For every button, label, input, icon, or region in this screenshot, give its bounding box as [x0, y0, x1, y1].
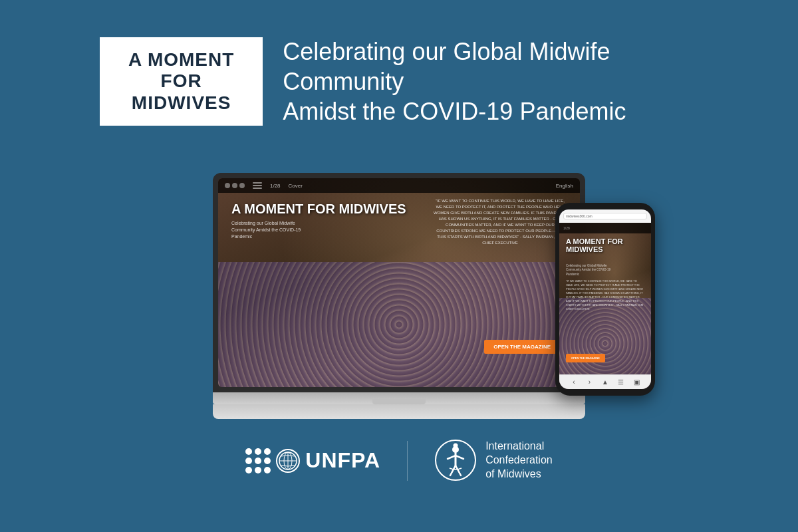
icm-text-line2: Confederation — [485, 454, 553, 467]
phone-mag-title: A MOMENT FOR MIDWIVES — [566, 237, 651, 253]
mag-title-main: A MOMENT FOR MIDWIVES — [231, 201, 406, 216]
unfpa-dot — [255, 458, 261, 464]
back-icon[interactable]: ‹ — [569, 377, 579, 388]
icm-icon — [434, 439, 477, 482]
icm-logo: International Confederation of Midwives — [434, 439, 553, 482]
devices-area: 1/28 Cover English A MOMENT FOR MIDWIVES… — [183, 146, 615, 419]
magazine-quote: "IF WE WANT TO CONTINUE THIS WORLD, WE H… — [434, 198, 567, 246]
open-magazine-button[interactable]: OPEN THE MAGAZINE — [484, 340, 560, 354]
forward-icon[interactable]: › — [584, 377, 595, 388]
unfpa-dot — [255, 448, 261, 455]
phone-quote: "IF WE WANT TO CONTINUE THIS WORLD, WE H… — [566, 279, 644, 311]
magazine-topbar: 1/28 Cover English — [218, 178, 580, 193]
unfpa-dot — [245, 448, 252, 455]
menu-icon — [253, 182, 262, 189]
topbar-cover: Cover — [289, 183, 303, 189]
header-area: A MOMENT FOR MIDWIVES Celebrating our Gl… — [100, 37, 698, 126]
mag-dot — [232, 183, 237, 188]
laptop-screen-inner: 1/28 Cover English A MOMENT FOR MIDWIVES… — [218, 178, 580, 387]
phone-nav-bar: ‹ › ▲ ☰ ▣ — [559, 374, 651, 389]
laptop: 1/28 Cover English A MOMENT FOR MIDWIVES… — [213, 173, 585, 419]
fabric-pattern — [218, 262, 580, 387]
logos-area: UNFPA — [245, 439, 552, 482]
unfpa-logo: UNFPA — [245, 448, 380, 473]
menu-line — [253, 185, 262, 186]
laptop-screen-outer: 1/28 Cover English A MOMENT FOR MIDWIVES… — [213, 173, 585, 392]
phone-browser-bar: midwives360.com — [559, 209, 651, 223]
mag-subtitle: Celebrating our Global Midwife Community… — [231, 220, 318, 239]
phone-topbar: 1/28 — [559, 223, 651, 233]
magazine-cover: 1/28 Cover English A MOMENT FOR MIDWIVES… — [218, 178, 580, 387]
mag-topbar-dots — [225, 183, 245, 188]
title-line2: FOR MIDWIVES — [132, 70, 231, 112]
title-line1: A MOMENT — [128, 49, 234, 70]
icm-text-block: International Confederation of Midwives — [485, 440, 553, 481]
svg-point-6 — [454, 444, 458, 448]
main-container: A MOMENT FOR MIDWIVES Celebrating our Gl… — [0, 0, 798, 532]
icm-text-line1: International — [485, 440, 553, 454]
mag-dot — [239, 183, 245, 188]
subtitle-line2: Amidst the COVID-19 Pandemic — [283, 98, 626, 125]
title-box: A MOMENT FOR MIDWIVES — [100, 37, 263, 126]
unfpa-dot — [264, 467, 271, 473]
unfpa-dot — [245, 458, 252, 464]
phone: midwives360.com 1/28 A MOMENT FOR MIDWIV… — [555, 203, 655, 396]
menu-line — [253, 188, 262, 189]
magazine-title-overlay: A MOMENT FOR MIDWIVES Celebrating our Gl… — [231, 201, 406, 239]
phone-open-button[interactable]: OPEN THE MAGAZINE — [566, 354, 605, 362]
phone-url-bar[interactable]: midwives360.com — [563, 213, 647, 219]
topbar-lang: English — [556, 183, 573, 189]
icm-text-line3: of Midwives — [485, 467, 553, 481]
unfpa-dot — [245, 467, 252, 473]
unfpa-dot — [264, 458, 271, 464]
logo-divider — [407, 441, 408, 481]
bookmarks-icon[interactable]: ☰ — [616, 377, 626, 388]
menu-line — [253, 182, 262, 184]
laptop-stand — [213, 404, 585, 419]
unfpa-dots-grid — [245, 448, 271, 473]
subtitle-text: Celebrating our Global Midwife Community… — [283, 37, 698, 126]
title-box-text: A MOMENT FOR MIDWIVES — [114, 49, 248, 114]
phone-topbar-page: 1/28 — [563, 226, 570, 230]
phone-magazine-cover: 1/28 A MOMENT FOR MIDWIVES Celebrating o… — [559, 223, 651, 389]
un-emblem — [276, 449, 300, 473]
mag-dot — [225, 183, 230, 188]
share-icon[interactable]: ▲ — [600, 377, 610, 388]
topbar-page: 1/28 — [270, 183, 281, 189]
phone-screen: midwives360.com 1/28 A MOMENT FOR MIDWIV… — [559, 209, 651, 389]
tabs-icon[interactable]: ▣ — [631, 377, 642, 388]
laptop-base — [213, 392, 585, 404]
subtitle-line1: Celebrating our Global Midwife Community — [283, 38, 610, 95]
unfpa-text: UNFPA — [305, 448, 380, 473]
unfpa-dot — [264, 448, 271, 455]
phone-mag-subtitle: Celebrating our Global Midwife Community… — [566, 264, 619, 277]
phone-outer: midwives360.com 1/28 A MOMENT FOR MIDWIV… — [555, 203, 655, 396]
unfpa-dot — [255, 467, 261, 473]
